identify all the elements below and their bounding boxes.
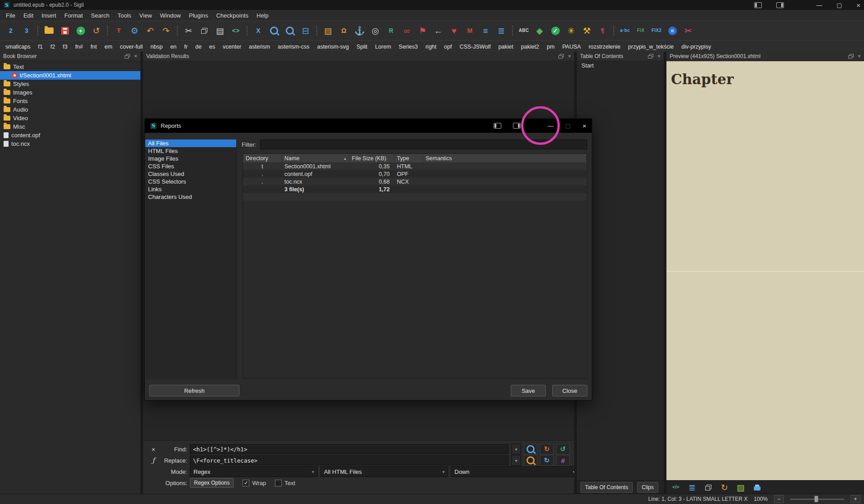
direction-select[interactable]: Down ▾	[451, 466, 579, 477]
reload-icon[interactable]: ↺	[89, 23, 104, 38]
find-icon[interactable]	[267, 23, 281, 38]
clip-cover-full[interactable]: cover-full	[120, 44, 143, 50]
link-icon[interactable]: ∞	[400, 23, 414, 38]
tree-item-toc-ncx[interactable]: toc.ncx	[0, 140, 140, 148]
clip-pakiet[interactable]: pakiet	[498, 44, 513, 50]
lines-circle-icon[interactable]: ≡	[665, 23, 680, 38]
close-panel-icon[interactable]: ×	[657, 53, 661, 59]
toc-tab-button[interactable]: Table Of Contents	[580, 482, 633, 493]
close-button[interactable]: Close	[552, 385, 587, 396]
clip-smallcaps[interactable]: smallcaps	[5, 44, 31, 50]
special-character-icon[interactable]: Ω	[337, 23, 351, 38]
column-header-name[interactable]: Name▴	[282, 154, 349, 162]
list-icon[interactable]: ≡	[478, 23, 493, 38]
clip-asterism-svg[interactable]: asterism-svg	[317, 44, 349, 50]
table-row[interactable]: 3 file(s)1,72	[243, 185, 587, 193]
dialog-panel-icon-left[interactable]	[494, 123, 501, 129]
files-scope-select[interactable]: All HTML Files ▾	[320, 466, 448, 477]
replace-history-dropdown[interactable]: ▾	[511, 455, 521, 466]
report-category-classes-used[interactable]: Classes Used	[145, 170, 236, 178]
report-category-links[interactable]: Links	[145, 185, 236, 193]
zoom-slider-thumb[interactable]	[814, 496, 818, 502]
image-view-icon[interactable]: ▧	[735, 482, 747, 493]
clip-div-przypisy[interactable]: div-przypisy	[681, 44, 711, 50]
toc-entry-start[interactable]: Start	[577, 61, 664, 70]
zoom-in-button[interactable]: +	[850, 495, 860, 503]
anchor-icon[interactable]: ⚓	[352, 23, 367, 38]
clip-pm[interactable]: pm	[547, 44, 554, 50]
window-close-button[interactable]: ×	[856, 1, 860, 9]
wrench-icon[interactable]: ⚒	[580, 23, 594, 38]
clip-en[interactable]: en	[170, 44, 176, 50]
menu-item-help[interactable]: Help	[252, 11, 273, 20]
replace-input[interactable]	[190, 455, 508, 465]
list2-icon[interactable]: ≣	[494, 23, 508, 38]
text-checkbox[interactable]	[275, 480, 282, 486]
r-letter-icon[interactable]: R	[384, 23, 398, 38]
clip-pakiet2[interactable]: pakiet2	[521, 44, 539, 50]
globe-icon[interactable]: ◎	[368, 23, 382, 38]
replace-all-button[interactable]: ↻	[540, 455, 554, 466]
dialog-panel-icon-right[interactable]	[513, 123, 521, 129]
clip-series3[interactable]: Series3	[399, 44, 418, 50]
tree-item-fonts[interactable]: Fonts	[0, 97, 140, 105]
menu-item-plugins[interactable]: Plugins	[185, 11, 212, 20]
tree-item-misc[interactable]: Misc	[0, 122, 140, 131]
count-occurrences-button[interactable]: ↺	[556, 444, 570, 454]
epub3-icon[interactable]: 3	[19, 23, 34, 38]
clip-right[interactable]: right	[425, 44, 436, 50]
tree-item-images[interactable]: Images	[0, 88, 140, 97]
clip-lorem[interactable]: Lorem	[375, 44, 391, 50]
cut-x-icon[interactable]: ✂	[681, 23, 695, 38]
copy-html-icon[interactable]	[702, 482, 714, 493]
clip-css-jswolf[interactable]: CSS-JSWolf	[459, 44, 490, 50]
heart-icon[interactable]: ♥	[447, 23, 461, 38]
clip-f2[interactable]: f2	[50, 44, 55, 50]
window-maximize-button[interactable]: ▢	[837, 2, 842, 9]
mail-icon[interactable]: M	[463, 23, 477, 38]
tree-item-audio[interactable]: Audio	[0, 105, 140, 114]
clip-przypis-w-tek-cie[interactable]: przypis_w_tekście	[628, 44, 674, 50]
save-button[interactable]: Save	[511, 385, 546, 396]
menu-item-file[interactable]: File	[2, 11, 19, 20]
report-category-image-files[interactable]: Image Files	[145, 155, 236, 162]
code-tag-icon[interactable]: <>	[229, 23, 243, 38]
save-icon[interactable]	[58, 23, 72, 38]
clip-fn[interactable]: fn#	[75, 44, 83, 50]
check-diamond-icon[interactable]: ◆	[532, 23, 547, 38]
zoom-slider[interactable]	[790, 499, 844, 500]
abc-pair-icon[interactable]: a·bc	[618, 23, 632, 38]
insert-special-icon[interactable]: Ŧ	[112, 23, 126, 38]
refresh-button[interactable]: Refresh	[149, 385, 239, 396]
pilcrow-icon[interactable]: ¶	[595, 23, 610, 38]
undo-icon[interactable]: ↶	[143, 23, 158, 38]
table-row[interactable]: .toc.ncx0,68NCX	[243, 178, 587, 185]
wrap-checkbox[interactable]: ✓	[243, 480, 249, 486]
clip-vcenter[interactable]: vcenter	[223, 44, 241, 50]
clips-tab-button[interactable]: Clips	[637, 482, 658, 493]
back-arrow-icon[interactable]: ←	[431, 23, 446, 38]
column-header-semantics[interactable]: Semantics	[423, 154, 587, 162]
split-view-icon[interactable]: ⊟	[298, 23, 313, 38]
clip-opf[interactable]: opf	[444, 44, 452, 50]
dialog-minimize-button[interactable]: —	[548, 122, 554, 129]
clip-asterism[interactable]: asterism	[249, 44, 270, 50]
table-row[interactable]: tSection0001.xhtml0,35HTML	[243, 162, 587, 170]
column-header-file-size-kb[interactable]: File Size (KB)	[349, 154, 394, 162]
refresh-preview-icon[interactable]: ↻	[719, 482, 730, 493]
filter-input[interactable]	[260, 140, 588, 149]
menu-item-format[interactable]: Format	[60, 11, 87, 20]
column-header-directory[interactable]: Directory	[243, 154, 282, 162]
tree-item-video[interactable]: Video	[0, 114, 140, 122]
menu-item-view[interactable]: View	[135, 11, 156, 20]
clip-rozstrzelenie[interactable]: rozstrzelenie	[589, 44, 621, 50]
window-minimize-button[interactable]: —	[816, 2, 822, 9]
find-input[interactable]	[190, 444, 508, 454]
clip-pausa[interactable]: PAUSA	[562, 44, 580, 50]
tree-item-styles[interactable]: Styles	[0, 80, 140, 88]
open-folder-icon[interactable]	[42, 23, 56, 38]
clip-nbsp[interactable]: nbsp	[150, 44, 162, 50]
report-category-html-files[interactable]: HTML Files	[145, 147, 236, 155]
zoom-out-button[interactable]: −	[774, 495, 784, 503]
clip-de[interactable]: de	[195, 44, 202, 50]
